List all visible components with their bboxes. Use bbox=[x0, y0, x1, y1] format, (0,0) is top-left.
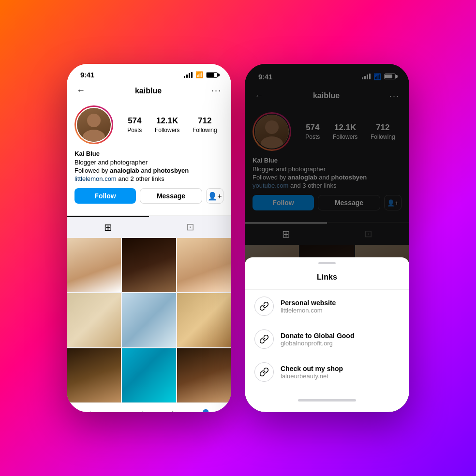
stat-followers-light[interactable]: 12.1K Followers bbox=[155, 116, 179, 134]
link-url-1: globalnonprofit.org bbox=[281, 340, 354, 347]
photo-cell-8[interactable] bbox=[122, 348, 176, 402]
sheet-title: Links bbox=[245, 269, 409, 290]
phone-dark-content: 9:41 📶 ← kaiblue bbox=[245, 64, 409, 412]
grid-icon-light: ⊞ bbox=[104, 222, 112, 233]
photo-cell-9[interactable] bbox=[177, 348, 231, 402]
home-nav-light[interactable]: ⌂ bbox=[87, 408, 93, 412]
wifi-icon-light: 📶 bbox=[195, 71, 203, 78]
shop-nav-light[interactable]: 🛍 bbox=[170, 409, 179, 412]
photo-grid-light bbox=[67, 238, 231, 402]
avatar-light bbox=[74, 105, 113, 144]
profile-bio-light: Kai Blue Blogger and photographer Follow… bbox=[74, 150, 223, 183]
link-url-2: lalueurbeauty.net bbox=[281, 372, 343, 380]
followed-user1-light: analoglab bbox=[110, 167, 139, 174]
follow-button-light[interactable]: Follow bbox=[74, 188, 136, 204]
link-url-0: littlelemon.com bbox=[281, 307, 336, 314]
action-buttons-light: Follow Message 👤+ bbox=[74, 188, 223, 204]
followers-label-light: Followers bbox=[155, 127, 179, 134]
photo-6 bbox=[177, 293, 231, 347]
status-icons-light: 📶 bbox=[184, 71, 218, 78]
link-icon-1 bbox=[254, 329, 274, 349]
status-bar-light: 9:41 📶 bbox=[67, 64, 231, 82]
following-label-light: Following bbox=[193, 127, 217, 134]
link-icon-0 bbox=[254, 297, 274, 316]
tab-grid-light[interactable]: ⊞ bbox=[67, 216, 149, 238]
status-time-light: 9:41 bbox=[80, 71, 94, 79]
more-button-light[interactable]: ··· bbox=[211, 86, 222, 96]
phone-light: 9:41 📶 ← kaiblue bbox=[67, 64, 231, 412]
photo-2 bbox=[122, 238, 176, 292]
message-button-light[interactable]: Message bbox=[140, 188, 202, 204]
username-light: kaiblue bbox=[135, 87, 162, 95]
avatar-face-light bbox=[77, 108, 111, 142]
link-name-2: Check out my shop bbox=[281, 365, 343, 372]
photo-8 bbox=[122, 348, 176, 402]
signal-bars-light bbox=[184, 72, 193, 78]
photo-cell-5[interactable] bbox=[122, 293, 176, 347]
photo-3 bbox=[177, 238, 231, 292]
reels-nav-light[interactable]: ▶ bbox=[142, 409, 149, 412]
profile-header-light: 574 Posts 12.1K Followers 712 Following bbox=[74, 105, 223, 144]
bio-name-light: Kai Blue bbox=[74, 150, 223, 157]
tagged-icon-light: ⊡ bbox=[186, 221, 194, 233]
stats-row-light: 574 Posts 12.1K Followers 712 Following bbox=[121, 116, 223, 134]
photo-cell-1[interactable] bbox=[67, 238, 121, 292]
phone-dark: 9:41 📶 ← kaiblue bbox=[245, 64, 409, 412]
battery-icon-light bbox=[206, 72, 218, 78]
search-nav-light[interactable]: ⌕ bbox=[115, 408, 121, 412]
photo-9 bbox=[177, 348, 231, 402]
link-text-1: Donate to Global Good globalnonprofit.or… bbox=[281, 332, 354, 347]
photo-5 bbox=[122, 293, 176, 347]
photo-cell-3[interactable] bbox=[177, 238, 231, 292]
profile-nav-light[interactable]: 👤 bbox=[200, 409, 211, 412]
bio-link-suffix-light: and 2 other links bbox=[117, 175, 164, 182]
link-item-1[interactable]: Donate to Global Good globalnonprofit.or… bbox=[245, 323, 409, 356]
link-text-2: Check out my shop lalueurbeauty.net bbox=[281, 365, 343, 380]
followers-number-light: 12.1K bbox=[156, 116, 178, 126]
link-icon-2 bbox=[254, 362, 274, 382]
link-item-0[interactable]: Personal website littlelemon.com bbox=[245, 290, 409, 323]
link-name-0: Personal website bbox=[281, 299, 336, 307]
photo-cell-2[interactable] bbox=[122, 238, 176, 292]
sheet-handle bbox=[318, 262, 336, 264]
link-name-1: Donate to Global Good bbox=[281, 332, 354, 340]
add-user-button-light[interactable]: 👤+ bbox=[206, 188, 223, 204]
home-bar-dark bbox=[298, 399, 356, 402]
photo-cell-4[interactable] bbox=[67, 293, 121, 347]
back-button-light[interactable]: ← bbox=[76, 86, 85, 96]
followed-user2-light: photosbyen bbox=[153, 167, 189, 174]
signal-bar-2 bbox=[186, 74, 188, 78]
photo-7 bbox=[67, 348, 121, 402]
photo-4 bbox=[67, 293, 121, 347]
bottom-nav-light: ⌂ ⌕ ▶ 🛍 👤 bbox=[67, 402, 231, 412]
stat-following-light[interactable]: 712 Following bbox=[193, 116, 217, 134]
bio-link-light[interactable]: littlelemon.com and 2 other links bbox=[74, 174, 223, 183]
link-item-2[interactable]: Check out my shop lalueurbeauty.net bbox=[245, 356, 409, 388]
add-user-icon-light: 👤+ bbox=[208, 192, 222, 201]
phones-container: 9:41 📶 ← kaiblue bbox=[67, 64, 409, 412]
profile-section-light: 574 Posts 12.1K Followers 712 Following bbox=[67, 100, 231, 215]
link-text-0: Personal website littlelemon.com bbox=[281, 299, 336, 314]
tab-tagged-light[interactable]: ⊡ bbox=[149, 216, 231, 238]
bottom-sheet: Links Personal website littlelemon.com bbox=[245, 257, 409, 412]
tabs-row-light: ⊞ ⊡ bbox=[67, 215, 231, 238]
phone-light-content: 9:41 📶 ← kaiblue bbox=[67, 64, 231, 412]
home-indicator-dark bbox=[245, 393, 409, 407]
stat-posts-light: 574 Posts bbox=[127, 116, 142, 134]
signal-bar-4 bbox=[191, 72, 193, 78]
posts-label-light: Posts bbox=[127, 127, 142, 134]
posts-number-light: 574 bbox=[128, 116, 141, 126]
bio-desc-light: Blogger and photographer bbox=[74, 158, 223, 167]
photo-cell-7[interactable] bbox=[67, 348, 121, 402]
avatar-ring-light bbox=[74, 105, 113, 144]
bio-followed-light: Followed by analoglab and photosbyen bbox=[74, 167, 223, 174]
bio-link-url-light[interactable]: littlelemon.com bbox=[74, 175, 117, 182]
signal-bar-1 bbox=[184, 76, 185, 78]
following-number-light: 712 bbox=[198, 116, 211, 126]
battery-fill-light bbox=[207, 73, 214, 77]
avatar-inner-light bbox=[76, 107, 112, 143]
photo-cell-6[interactable] bbox=[177, 293, 231, 347]
nav-bar-light: ← kaiblue ··· bbox=[67, 82, 231, 100]
photo-1 bbox=[67, 238, 121, 292]
signal-bar-3 bbox=[189, 73, 190, 78]
